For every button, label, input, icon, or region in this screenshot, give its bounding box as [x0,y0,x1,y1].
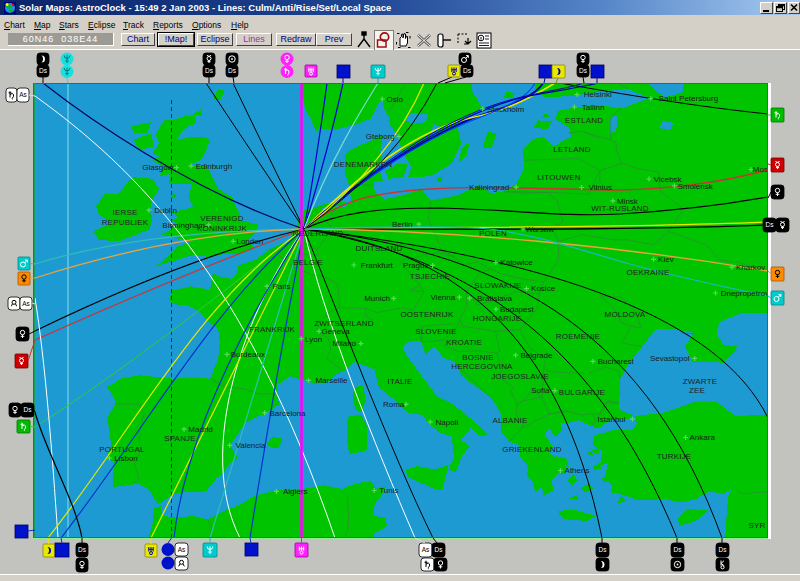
svg-text:Kaliningrad: Kaliningrad [469,183,509,192]
svg-text:TSJECHIE: TSJECHIE [410,272,450,281]
svg-text:BOSNIE: BOSNIE [462,353,493,362]
svg-text:IERSE: IERSE [112,208,137,217]
svg-text:Tallinn: Tallinn [582,103,605,112]
svg-text:Ds: Ds [599,546,608,553]
svg-text:FRANKRIJK: FRANKRIJK [249,325,296,334]
svg-text:Bordeaux: Bordeaux [231,350,265,359]
svg-text:Ds: Ds [579,67,588,74]
svg-text:Saint Petersburg: Saint Petersburg [659,94,719,103]
svg-text:Ds: Ds [24,406,33,413]
svg-text:REPUBLIEK: REPUBLIEK [102,218,149,227]
svg-text:Milano: Milano [333,339,357,348]
svg-text:Warsaw: Warsaw [525,225,554,234]
svg-text:BULGARIJE: BULGARIJE [559,388,605,397]
svg-text:Kiev: Kiev [658,255,674,264]
svg-text:Athens: Athens [565,466,590,475]
svg-text:OEKRAINE: OEKRAINE [627,268,670,277]
svg-text:KROATIE: KROATIE [446,338,482,347]
svg-text:Paris: Paris [272,282,290,291]
svg-text:JOEGOSLAVIE: JOEGOSLAVIE [491,372,549,381]
svg-text:Sevastopol: Sevastopol [650,354,690,363]
svg-text:Belgrade: Belgrade [520,351,553,360]
svg-text:Kharkov: Kharkov [736,263,765,272]
svg-text:Ds: Ds [205,67,214,74]
svg-text:ITALIE: ITALIE [387,377,412,386]
svg-text:Dublin: Dublin [154,206,177,215]
svg-text:ESTLAND: ESTLAND [565,116,603,125]
svg-text:ZWARTE: ZWARTE [683,377,718,386]
svg-text:Glasgow: Glasgow [142,163,173,172]
svg-text:As: As [22,300,30,307]
svg-text:Lisbon: Lisbon [114,454,138,463]
svg-text:Ds: Ds [39,67,48,74]
svg-text:TURKIJE: TURKIJE [657,452,692,461]
svg-text:Barcelona: Barcelona [269,409,306,418]
svg-text:Roma: Roma [383,400,405,409]
svg-text:Vienna: Vienna [430,293,455,302]
svg-text:Berlin: Berlin [392,220,412,229]
svg-text:Helsinki: Helsinki [584,90,612,99]
svg-text:NEDERLAND: NEDERLAND [292,229,343,238]
svg-text:Bucharest: Bucharest [598,357,635,366]
svg-text:Ds: Ds [78,546,87,553]
svg-text:Ankara: Ankara [690,433,716,442]
svg-text:Oslo: Oslo [386,95,403,104]
svg-text:Kosice: Kosice [531,284,556,293]
svg-text:As: As [422,546,430,553]
svg-text:PORTUGAL: PORTUGAL [99,445,145,454]
svg-text:Smolensk: Smolensk [678,182,714,191]
svg-text:HONGARIJE: HONGARIJE [473,314,521,323]
svg-text:LITOUWEN: LITOUWEN [537,173,581,182]
svg-text:As: As [19,91,27,98]
svg-text:HERCEGOVINA: HERCEGOVINA [451,362,513,371]
svg-text:Stockholm: Stockholm [487,105,525,114]
svg-text:Frankfurt: Frankfurt [361,261,394,270]
svg-text:GRIEKENLAND: GRIEKENLAND [502,445,562,454]
svg-text:Algiers: Algiers [283,487,307,496]
svg-text:SLOVENIE: SLOVENIE [415,327,457,336]
svg-text:VERENIGD: VERENIGD [200,214,243,223]
svg-text:DENEMARKEN: DENEMARKEN [334,160,392,169]
svg-text:Katowice: Katowice [500,258,533,267]
svg-text:London: London [236,237,263,246]
svg-text:Napoli: Napoli [436,418,459,427]
svg-text:KONINKRIJK: KONINKRIJK [197,224,247,233]
svg-text:OOSTENRIJK: OOSTENRIJK [400,310,454,319]
svg-text:ALBANIE: ALBANIE [492,416,527,425]
svg-text:Ds: Ds [674,546,683,553]
svg-text:Ds: Ds [463,67,472,74]
svg-text:Marseille: Marseille [315,376,348,385]
svg-text:As: As [178,546,186,553]
svg-text:Munich: Munich [364,294,390,303]
svg-text:Ds: Ds [228,67,237,74]
svg-text:SPANJE: SPANJE [164,434,196,443]
svg-text:Edinburgh: Edinburgh [196,162,232,171]
svg-text:Valencia: Valencia [235,441,266,450]
svg-text:ZWITSERLAND: ZWITSERLAND [314,319,374,328]
svg-text:ROEMENIE: ROEMENIE [556,332,600,341]
svg-text:Prague: Prague [403,261,429,270]
svg-text:LETLAND: LETLAND [553,145,590,154]
svg-text:WIT-RUSLAND: WIT-RUSLAND [591,204,648,213]
svg-text:Lyon: Lyon [305,335,322,344]
svg-text:SYR: SYR [748,521,765,530]
svg-text:Ds: Ds [719,546,728,553]
svg-text:Geneva: Geneva [322,327,351,336]
svg-text:MOLDOVA: MOLDOVA [605,310,646,319]
svg-text:POLEN: POLEN [479,229,507,238]
svg-text:Gteborg: Gteborg [366,132,395,141]
svg-text:Sofia: Sofia [531,386,550,395]
svg-text:DUITSLAND: DUITSLAND [355,244,402,253]
svg-text:Ds: Ds [435,546,444,553]
svg-text:ZEE: ZEE [689,386,705,395]
svg-text:Bratislava: Bratislava [477,294,513,303]
svg-text:Vilnius: Vilnius [589,183,612,192]
svg-text:SLOWAKIJE: SLOWAKIJE [474,281,521,290]
svg-text:Tunis: Tunis [379,486,398,495]
svg-text:Istanbul: Istanbul [598,415,626,424]
svg-text:BELGIE: BELGIE [293,258,323,267]
